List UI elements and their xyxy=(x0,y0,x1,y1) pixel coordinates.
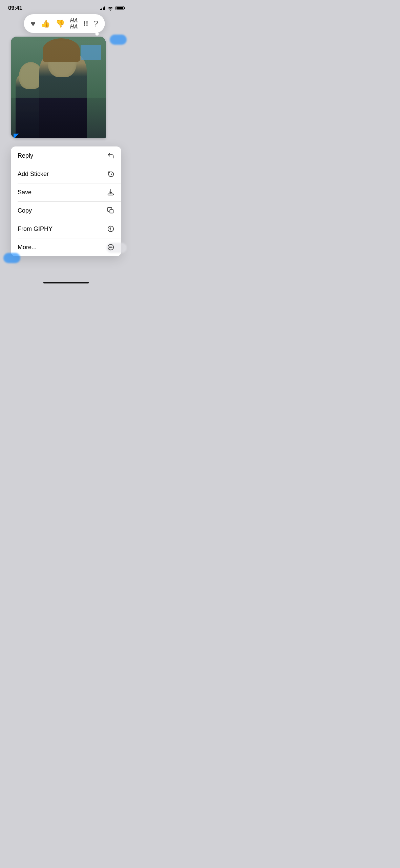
wifi-icon xyxy=(107,6,113,11)
reaction-thumbsup[interactable]: 👍 xyxy=(41,20,50,27)
reaction-heart[interactable]: ♥ xyxy=(31,20,36,28)
reply-label: Reply xyxy=(18,152,33,159)
copy-icon xyxy=(107,207,114,214)
reaction-thumbsdown[interactable]: 👎 xyxy=(56,20,65,27)
status-bar: 09:41 xyxy=(0,0,132,14)
menu-item-reply[interactable]: Reply xyxy=(11,146,121,165)
context-menu: Reply Add Sticker Save Copy xyxy=(11,146,121,256)
add-sticker-label: Add Sticker xyxy=(18,171,49,178)
message-image xyxy=(11,37,106,138)
menu-item-more[interactable]: More... xyxy=(11,238,121,256)
message-area xyxy=(5,37,127,138)
reaction-exclaim[interactable]: !! xyxy=(83,19,88,28)
menu-item-add-sticker[interactable]: Add Sticker xyxy=(11,165,121,183)
more-icon xyxy=(107,243,114,251)
home-indicator xyxy=(43,282,89,283)
svg-point-6 xyxy=(110,247,111,248)
signal-bars-icon xyxy=(100,6,106,10)
battery-icon xyxy=(115,6,124,10)
copy-label: Copy xyxy=(18,207,32,214)
save-icon xyxy=(107,189,114,196)
svg-rect-2 xyxy=(110,210,113,213)
menu-item-save[interactable]: Save xyxy=(11,183,121,201)
reaction-picker: ♥ 👍 👎 HAHA !! ? xyxy=(24,14,105,33)
content-area: ♥ 👍 👎 HAHA !! ? Reply xyxy=(0,14,132,256)
svg-point-5 xyxy=(109,247,110,248)
svg-rect-1 xyxy=(108,194,114,195)
status-icons xyxy=(100,6,124,11)
reaction-haha[interactable]: HAHA xyxy=(70,18,78,29)
menu-item-copy[interactable]: Copy xyxy=(11,201,121,220)
more-label: More... xyxy=(18,244,37,251)
status-time: 09:41 xyxy=(8,5,22,12)
menu-item-from-giphy[interactable]: From GIPHY xyxy=(11,220,121,238)
giphy-icon xyxy=(107,225,114,233)
save-label: Save xyxy=(18,189,31,196)
from-giphy-label: From GIPHY xyxy=(18,225,52,233)
reaction-question[interactable]: ? xyxy=(94,19,98,28)
reply-icon xyxy=(107,152,114,159)
sticker-icon xyxy=(107,170,114,178)
svg-point-7 xyxy=(111,247,112,248)
message-image-bubble[interactable] xyxy=(11,37,106,138)
